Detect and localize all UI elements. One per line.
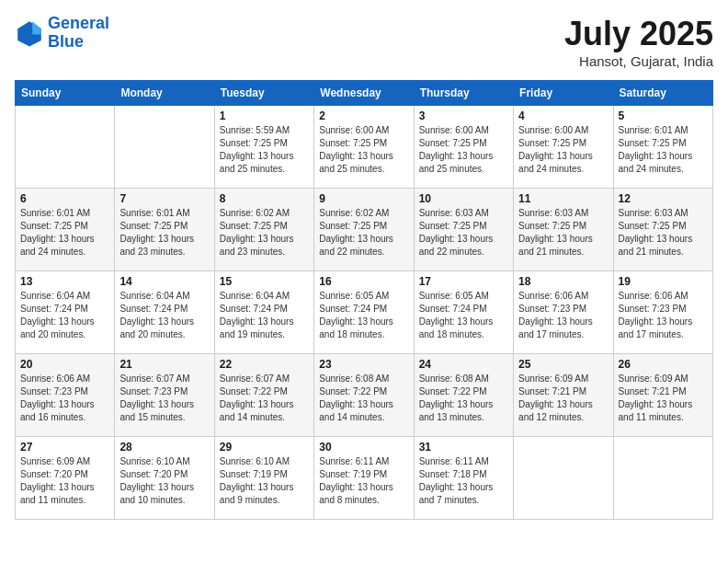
day-detail: Sunrise: 6:06 AM Sunset: 7:23 PM Dayligh…	[518, 290, 608, 341]
calendar-cell: 8Sunrise: 6:02 AM Sunset: 7:25 PM Daylig…	[214, 189, 313, 271]
day-detail: Sunrise: 5:59 AM Sunset: 7:25 PM Dayligh…	[220, 124, 309, 176]
day-detail: Sunrise: 6:03 AM Sunset: 7:25 PM Dayligh…	[619, 207, 708, 259]
day-number: 17	[419, 275, 508, 288]
calendar-cell: 4Sunrise: 6:00 AM Sunset: 7:25 PM Daylig…	[514, 106, 613, 189]
day-detail: Sunrise: 6:04 AM Sunset: 7:24 PM Dayligh…	[20, 290, 109, 341]
calendar-week-row: 1Sunrise: 5:59 AM Sunset: 7:25 PM Daylig…	[16, 106, 713, 189]
logo: General Blue	[15, 15, 109, 52]
day-number: 20	[20, 358, 109, 371]
day-number: 7	[119, 192, 209, 205]
column-header-sunday: Sunday	[16, 81, 115, 106]
day-detail: Sunrise: 6:02 AM Sunset: 7:25 PM Dayligh…	[319, 207, 408, 259]
calendar-cell: 19Sunrise: 6:06 AM Sunset: 7:23 PM Dayli…	[613, 271, 712, 354]
day-detail: Sunrise: 6:07 AM Sunset: 7:22 PM Dayligh…	[220, 373, 309, 424]
day-number: 16	[319, 275, 408, 288]
day-detail: Sunrise: 6:03 AM Sunset: 7:25 PM Dayligh…	[419, 207, 508, 259]
day-detail: Sunrise: 6:05 AM Sunset: 7:24 PM Dayligh…	[319, 290, 408, 341]
svg-marker-1	[32, 21, 41, 34]
day-number: 28	[119, 441, 209, 454]
calendar-cell: 17Sunrise: 6:05 AM Sunset: 7:24 PM Dayli…	[414, 271, 513, 354]
day-detail: Sunrise: 6:06 AM Sunset: 7:23 PM Dayligh…	[619, 290, 708, 341]
calendar-cell: 2Sunrise: 6:00 AM Sunset: 7:25 PM Daylig…	[314, 106, 414, 189]
day-number: 29	[220, 441, 309, 454]
day-detail: Sunrise: 6:10 AM Sunset: 7:19 PM Dayligh…	[220, 455, 309, 507]
day-number: 2	[319, 109, 408, 122]
calendar-cell: 15Sunrise: 6:04 AM Sunset: 7:24 PM Dayli…	[214, 271, 313, 354]
day-number: 13	[20, 275, 109, 288]
day-number: 22	[220, 358, 309, 371]
day-detail: Sunrise: 6:00 AM Sunset: 7:25 PM Dayligh…	[319, 124, 408, 176]
day-detail: Sunrise: 6:04 AM Sunset: 7:24 PM Dayligh…	[119, 290, 209, 341]
day-detail: Sunrise: 6:10 AM Sunset: 7:20 PM Dayligh…	[119, 455, 209, 507]
page-header: General Blue July 2025 Hansot, Gujarat, …	[15, 15, 713, 69]
day-detail: Sunrise: 6:06 AM Sunset: 7:23 PM Dayligh…	[20, 373, 109, 424]
day-detail: Sunrise: 6:00 AM Sunset: 7:25 PM Dayligh…	[518, 124, 608, 176]
day-detail: Sunrise: 6:03 AM Sunset: 7:25 PM Dayligh…	[518, 207, 608, 259]
day-detail: Sunrise: 6:01 AM Sunset: 7:25 PM Dayligh…	[20, 207, 109, 259]
calendar-cell: 25Sunrise: 6:09 AM Sunset: 7:21 PM Dayli…	[514, 354, 613, 437]
day-number: 3	[419, 109, 508, 122]
column-header-friday: Friday	[514, 81, 613, 106]
calendar-cell: 10Sunrise: 6:03 AM Sunset: 7:25 PM Dayli…	[414, 189, 513, 271]
day-number: 1	[220, 109, 309, 122]
day-detail: Sunrise: 6:09 AM Sunset: 7:20 PM Dayligh…	[20, 455, 109, 507]
day-number: 12	[619, 192, 708, 205]
column-header-thursday: Thursday	[414, 81, 513, 106]
day-number: 18	[518, 275, 608, 288]
calendar-cell: 13Sunrise: 6:04 AM Sunset: 7:24 PM Dayli…	[16, 271, 115, 354]
calendar-cell: 6Sunrise: 6:01 AM Sunset: 7:25 PM Daylig…	[16, 189, 115, 271]
day-detail: Sunrise: 6:11 AM Sunset: 7:18 PM Dayligh…	[419, 455, 508, 507]
calendar-cell: 14Sunrise: 6:04 AM Sunset: 7:24 PM Dayli…	[115, 271, 214, 354]
month-year: July 2025	[564, 15, 713, 53]
column-header-tuesday: Tuesday	[214, 81, 313, 106]
calendar-cell	[613, 437, 712, 520]
calendar-cell: 20Sunrise: 6:06 AM Sunset: 7:23 PM Dayli…	[16, 354, 115, 437]
day-detail: Sunrise: 6:04 AM Sunset: 7:24 PM Dayligh…	[220, 290, 309, 341]
day-number: 24	[419, 358, 508, 371]
day-number: 15	[220, 275, 309, 288]
calendar-cell: 30Sunrise: 6:11 AM Sunset: 7:19 PM Dayli…	[314, 437, 414, 520]
day-number: 27	[20, 441, 109, 454]
day-number: 5	[619, 109, 708, 122]
day-number: 26	[619, 358, 708, 371]
logo-text: General Blue	[48, 15, 109, 52]
calendar-week-row: 13Sunrise: 6:04 AM Sunset: 7:24 PM Dayli…	[16, 271, 713, 354]
day-detail: Sunrise: 6:01 AM Sunset: 7:25 PM Dayligh…	[619, 124, 708, 176]
day-detail: Sunrise: 6:11 AM Sunset: 7:19 PM Dayligh…	[319, 455, 408, 507]
calendar-cell: 3Sunrise: 6:00 AM Sunset: 7:25 PM Daylig…	[414, 106, 513, 189]
calendar-cell: 1Sunrise: 5:59 AM Sunset: 7:25 PM Daylig…	[214, 106, 313, 189]
day-detail: Sunrise: 6:02 AM Sunset: 7:25 PM Dayligh…	[220, 207, 309, 259]
calendar-week-row: 6Sunrise: 6:01 AM Sunset: 7:25 PM Daylig…	[16, 189, 713, 271]
calendar-cell	[115, 106, 214, 189]
day-detail: Sunrise: 6:09 AM Sunset: 7:21 PM Dayligh…	[619, 373, 708, 424]
day-number: 23	[319, 358, 408, 371]
calendar-cell: 28Sunrise: 6:10 AM Sunset: 7:20 PM Dayli…	[115, 437, 214, 520]
day-detail: Sunrise: 6:05 AM Sunset: 7:24 PM Dayligh…	[419, 290, 508, 341]
calendar-cell: 18Sunrise: 6:06 AM Sunset: 7:23 PM Dayli…	[514, 271, 613, 354]
calendar-cell	[16, 106, 115, 189]
column-header-wednesday: Wednesday	[314, 81, 414, 106]
calendar-cell: 26Sunrise: 6:09 AM Sunset: 7:21 PM Dayli…	[613, 354, 712, 437]
calendar-cell: 27Sunrise: 6:09 AM Sunset: 7:20 PM Dayli…	[16, 437, 115, 520]
day-number: 8	[220, 192, 309, 205]
day-number: 31	[419, 441, 508, 454]
calendar-cell: 29Sunrise: 6:10 AM Sunset: 7:19 PM Dayli…	[214, 437, 313, 520]
calendar-cell: 12Sunrise: 6:03 AM Sunset: 7:25 PM Dayli…	[613, 189, 712, 271]
calendar-cell: 5Sunrise: 6:01 AM Sunset: 7:25 PM Daylig…	[613, 106, 712, 189]
day-number: 19	[619, 275, 708, 288]
calendar-cell	[514, 437, 613, 520]
calendar-cell: 7Sunrise: 6:01 AM Sunset: 7:25 PM Daylig…	[115, 189, 214, 271]
calendar-week-row: 20Sunrise: 6:06 AM Sunset: 7:23 PM Dayli…	[16, 354, 713, 437]
calendar-cell: 24Sunrise: 6:08 AM Sunset: 7:22 PM Dayli…	[414, 354, 513, 437]
column-header-monday: Monday	[115, 81, 214, 106]
calendar-cell: 22Sunrise: 6:07 AM Sunset: 7:22 PM Dayli…	[214, 354, 313, 437]
calendar-cell: 31Sunrise: 6:11 AM Sunset: 7:18 PM Dayli…	[414, 437, 513, 520]
day-number: 6	[20, 192, 109, 205]
day-number: 30	[319, 441, 408, 454]
day-number: 21	[119, 358, 209, 371]
day-detail: Sunrise: 6:08 AM Sunset: 7:22 PM Dayligh…	[319, 373, 408, 424]
calendar-cell: 23Sunrise: 6:08 AM Sunset: 7:22 PM Dayli…	[314, 354, 414, 437]
calendar-cell: 16Sunrise: 6:05 AM Sunset: 7:24 PM Dayli…	[314, 271, 414, 354]
day-detail: Sunrise: 6:01 AM Sunset: 7:25 PM Dayligh…	[119, 207, 209, 259]
day-number: 11	[518, 192, 608, 205]
